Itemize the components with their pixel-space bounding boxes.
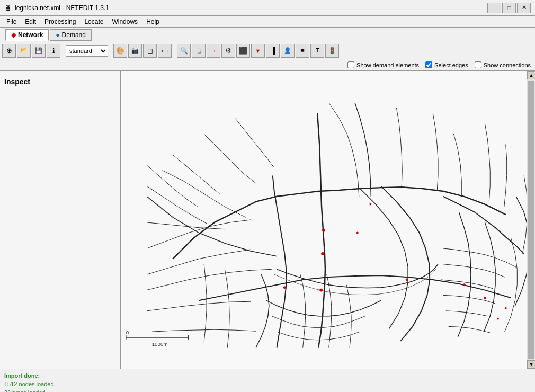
menu-edit[interactable]: Edit [21,17,40,26]
tool-screenshot[interactable]: 📷 [128,44,142,58]
close-button[interactable]: ✕ [517,3,531,13]
tool-traffic[interactable]: 🚦 [325,44,339,58]
svg-point-5 [369,203,371,206]
tool-zoom-fit[interactable]: 🔍 [177,44,191,58]
inspect-title: Inspect [4,75,116,90]
tool-new[interactable]: ⊕ [2,44,16,58]
save-icon: 💾 [35,47,42,54]
tool-open[interactable]: 📂 [17,44,31,58]
window-title: legnicka.net.xml - NETEDIT 1.3.1 [15,4,487,12]
menu-locate[interactable]: Locate [80,17,108,26]
color-icon: 🎨 [116,47,124,55]
scroll-thumb[interactable] [528,81,534,359]
select-icon: ⬚ [196,47,201,54]
menu-bar: File Edit Processing Locate Windows Help [0,16,535,28]
menu-help[interactable]: Help [142,17,164,26]
scale-bar: 0 1000m [126,329,189,347]
tool-color[interactable]: 🎨 [113,44,127,58]
tool-info[interactable]: ℹ [47,44,60,58]
list-icon: ≡ [300,47,305,55]
menu-file[interactable]: File [2,17,21,26]
show-demand-label[interactable]: Show demand elements [347,61,419,68]
block-icon: ⬛ [239,47,247,55]
map-area[interactable]: 0 1000m [121,71,527,369]
options-bar: Show demand elements Select edges Show c… [0,59,535,71]
svg-point-10 [505,307,507,309]
tool-list[interactable]: ≡ [296,44,309,58]
bar-icon: ▐ [270,47,275,55]
svg-text:1000m: 1000m [152,341,168,347]
tool-tri[interactable]: ▼ [251,44,265,58]
new-icon: ⊕ [6,47,12,55]
show-connections-checkbox[interactable] [475,61,482,68]
person-icon: 👤 [284,47,291,54]
tab-bar: ◆ Network ● Demand [0,28,535,42]
log-line-types: 33 types loaded. [4,388,531,392]
tool-block[interactable]: ⬛ [236,44,250,58]
svg-text:0: 0 [126,329,129,335]
tool-save[interactable]: 💾 [32,44,46,58]
tool-text[interactable]: T [310,44,324,58]
show-demand-checkbox[interactable] [347,61,354,68]
tri-icon: ▼ [255,48,261,54]
svg-point-8 [484,297,486,299]
maximize-button[interactable]: □ [502,3,516,13]
zoom-in-icon: ◻ [147,47,153,55]
edge-icon: → [210,47,217,55]
right-scrollbar[interactable]: ▲ ▼ [527,71,535,369]
traffic-icon: 🚦 [328,47,336,54]
svg-point-3 [283,286,286,289]
select-edges-label[interactable]: Select edges [425,61,468,68]
menu-windows[interactable]: Windows [108,17,142,26]
svg-point-2 [319,289,323,292]
zoom-fit-icon: 🔍 [180,47,188,55]
log-line-header: Import done: [4,371,531,380]
toolbar: ⊕ 📂 💾 ℹ standard move delete inspect sel… [0,42,535,59]
show-connections-label[interactable]: Show connections [475,61,531,68]
window-controls: ─ □ ✕ [487,3,531,13]
inspect-panel: Inspect [0,71,121,369]
tool-edge[interactable]: → [207,44,220,58]
svg-point-6 [406,278,408,281]
tab-demand[interactable]: ● Demand [50,29,92,41]
svg-point-9 [497,318,499,320]
mode-selector[interactable]: standard move delete inspect select [66,45,108,57]
scroll-down-arrow[interactable]: ▼ [527,360,535,369]
svg-point-7 [463,283,466,286]
svg-point-1 [321,252,324,255]
select-edges-checkbox[interactable] [425,61,432,68]
tool-bar[interactable]: ▐ [266,44,280,58]
minimize-button[interactable]: ─ [487,3,501,13]
demand-tab-icon: ● [56,31,59,39]
tab-network[interactable]: ◆ Network [5,29,49,41]
log-area: Import done: 1512 nodes loaded. 33 types… [0,369,535,392]
text-tool-icon: T [316,48,319,54]
tool-zoom-out[interactable]: ▭ [158,44,172,58]
app-icon: 🖥 [4,4,12,12]
polygon-icon: ⚙ [225,47,231,55]
screenshot-icon: 📷 [131,47,139,54]
menu-processing[interactable]: Processing [40,17,80,26]
map-canvas[interactable]: 0 1000m [121,71,527,369]
tool-select-mode[interactable]: ⬚ [192,44,206,58]
info-icon: ℹ [52,47,55,55]
tool-person[interactable]: 👤 [281,44,295,58]
open-icon: 📂 [20,47,28,54]
zoom-out-icon: ▭ [162,47,168,55]
tool-zoom-in[interactable]: ◻ [143,44,157,58]
title-bar: 🖥 legnicka.net.xml - NETEDIT 1.3.1 ─ □ ✕ [0,0,535,16]
tool-polygon[interactable]: ⚙ [221,44,235,58]
network-tab-icon: ◆ [11,31,16,39]
svg-point-0 [322,229,325,232]
main-area: Inspect [0,71,535,369]
scroll-up-arrow[interactable]: ▲ [527,71,535,79]
svg-point-4 [356,232,359,234]
log-line-nodes: 1512 nodes loaded. [4,380,531,388]
network-tab-label: Network [18,31,43,39]
demand-tab-label: Demand [62,31,86,39]
